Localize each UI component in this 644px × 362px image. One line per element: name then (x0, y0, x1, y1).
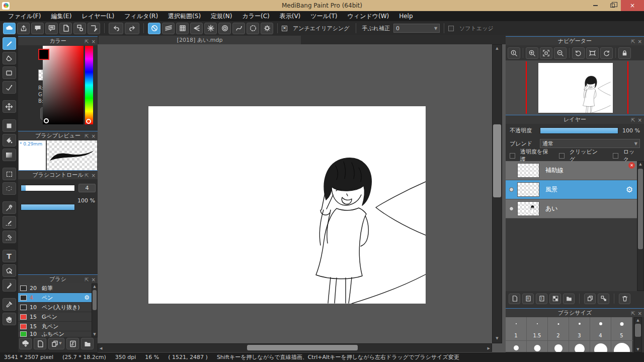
brush-size-cell[interactable]: 5 (611, 317, 632, 340)
brush-script-button[interactable] (66, 338, 79, 349)
ruler-curve-button[interactable] (232, 23, 245, 34)
layer-visibility-dot[interactable] (509, 206, 514, 211)
menu-select[interactable]: 選択範囲(S) (163, 11, 206, 22)
brush-size-cell[interactable]: 3 (569, 317, 590, 340)
new-8bit-layer-button[interactable]: 8 (522, 294, 534, 304)
layer-visibility-dot[interactable] (509, 187, 514, 192)
close-button[interactable]: × (621, 0, 644, 11)
minimize-button[interactable] (587, 0, 604, 11)
brush-list-scrollbar[interactable]: ▲ ▼ (92, 283, 98, 337)
brush-item[interactable]: 10 ふちペン (18, 331, 92, 337)
layer-opacity-slider[interactable] (540, 127, 618, 134)
popout-icon[interactable]: ⇱ (85, 39, 89, 44)
undo-button[interactable] (109, 23, 123, 34)
popout-icon[interactable]: ⇱ (631, 39, 635, 44)
shape-select-tool[interactable] (3, 264, 16, 277)
popout-icon[interactable]: ⇱ (631, 117, 635, 123)
new-1bit-layer-button[interactable]: 1 (536, 294, 547, 304)
document-tab[interactable]: [2018] あい.mdp (99, 36, 301, 44)
menu-color[interactable]: カラー(C) (237, 11, 274, 22)
bucket-tool[interactable] (3, 134, 16, 147)
close-icon[interactable]: × (638, 117, 642, 123)
brush-size-cell[interactable] (506, 341, 527, 352)
ruler-ellipse-button[interactable] (247, 23, 259, 34)
navigator-viewport[interactable] (506, 60, 644, 115)
fill-rect-tool[interactable] (3, 119, 16, 132)
menu-view[interactable]: 表示(V) (275, 11, 306, 22)
menu-filter[interactable]: フィルタ(R) (119, 11, 163, 22)
merge-layer-button[interactable] (598, 294, 609, 304)
layer-list-scrollbar[interactable]: ▲ (637, 161, 644, 291)
new-layer-button[interactable] (509, 294, 520, 304)
brush-size-scrollbar[interactable]: ▲ ▼ (634, 317, 642, 352)
canvas-page[interactable] (148, 106, 426, 304)
hand-tool[interactable] (3, 313, 16, 325)
canvas-hscrollbar[interactable]: ◀ ▶ (98, 343, 492, 352)
zoom-out-button[interactable] (554, 47, 567, 59)
brush-size-cell[interactable] (569, 341, 590, 352)
gradient-tool[interactable] (3, 149, 16, 161)
text-tool[interactable]: T (3, 250, 16, 262)
brush-size-cell[interactable]: 1 (506, 317, 527, 340)
eyedropper-tool[interactable] (3, 298, 16, 311)
rotate-lock-button[interactable] (618, 47, 631, 59)
menu-help[interactable]: Help (394, 12, 418, 21)
blend-dropdown[interactable]: 通常 ▼ (540, 139, 640, 148)
layer-row[interactable]: 補助線 ✕ (506, 161, 637, 180)
zoom-100-button[interactable] (508, 47, 520, 59)
fit-window-button[interactable] (540, 47, 552, 59)
brush-size-cell[interactable] (611, 341, 632, 352)
popout-icon[interactable]: ⇱ (85, 277, 89, 282)
restore-button[interactable] (604, 0, 621, 11)
brush-tool[interactable] (3, 37, 16, 50)
close-icon[interactable]: × (638, 39, 642, 44)
popout-icon[interactable]: ⇱ (631, 311, 635, 316)
scrollbar-thumb[interactable] (635, 324, 641, 337)
scroll-down-icon[interactable]: ▼ (493, 335, 502, 342)
brush-item-selected[interactable]: 4 ペン ⚙ (18, 293, 92, 303)
popout-icon[interactable]: ⇱ (85, 133, 89, 139)
canvas-edit-button[interactable] (88, 23, 100, 34)
duplicate-layer-button[interactable] (584, 294, 596, 304)
brush-size-cell[interactable]: 4 (590, 317, 611, 340)
scroll-up-icon[interactable]: ▲ (637, 162, 643, 167)
brush-folder-button[interactable] (81, 338, 94, 349)
ruler-grid-button[interactable] (176, 23, 189, 34)
brush-size-cell[interactable]: 2 (548, 317, 569, 340)
lock-checkbox[interactable]: ✕ (613, 153, 618, 159)
marker-tool[interactable] (3, 279, 16, 292)
brush-opacity-slider[interactable] (21, 204, 75, 210)
navigator-thumbnail[interactable] (538, 63, 613, 113)
hue-slider[interactable] (85, 46, 93, 124)
lasso-tool[interactable] (3, 182, 16, 195)
brush-duplicate-button[interactable]: ▼ (48, 338, 64, 349)
close-icon[interactable]: × (638, 311, 642, 316)
ruler-off-button[interactable] (148, 23, 160, 34)
select-pen-tool[interactable] (3, 216, 16, 229)
scroll-down-icon[interactable]: ▼ (92, 332, 97, 337)
brush-item[interactable]: 15 丸ペン (18, 322, 92, 331)
menu-edit[interactable]: 編集(E) (46, 11, 76, 22)
comment-list-button[interactable] (45, 23, 58, 34)
scroll-right-icon[interactable]: ▶ (488, 346, 490, 351)
rotate-cw-button[interactable] (600, 47, 613, 59)
layer-folder-button[interactable] (563, 294, 575, 304)
scroll-up-icon[interactable]: ▲ (634, 318, 641, 323)
canvas-vscrollbar[interactable]: ▲ ▼ (492, 44, 502, 343)
move-tool[interactable] (3, 100, 16, 113)
ruler-settings-button[interactable] (261, 23, 273, 34)
scrollbar-thumb[interactable] (93, 290, 97, 310)
sv-cursor[interactable] (44, 118, 49, 123)
close-icon[interactable]: × (92, 133, 96, 139)
brush-size-cell[interactable] (590, 341, 611, 352)
ruler-parallel-button[interactable] (162, 23, 175, 34)
delete-layer-button[interactable] (619, 294, 630, 304)
comment-button[interactable] (31, 23, 44, 34)
brush-new-button[interactable] (34, 338, 46, 349)
brush-settings-gear-icon[interactable]: ⚙ (84, 294, 90, 301)
brush-item[interactable]: 15 Gペン (18, 312, 92, 322)
menu-tool[interactable]: ツール(T) (305, 11, 342, 22)
hue-cursor[interactable] (86, 119, 91, 124)
magic-wand-tool[interactable] (3, 201, 16, 214)
close-icon[interactable]: × (92, 277, 96, 282)
